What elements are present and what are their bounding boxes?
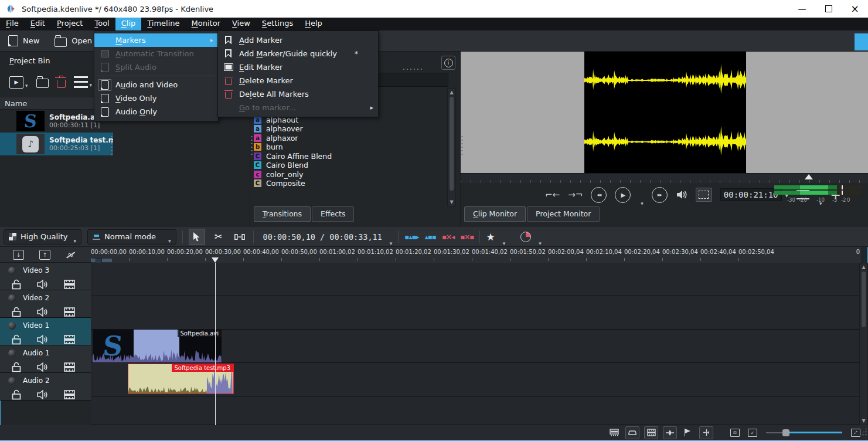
audio-clip-selected[interactable]: Softpedia test.mp3 bbox=[128, 364, 234, 394]
panel-tab[interactable]: Transitions bbox=[254, 206, 311, 222]
lift-zone-icon[interactable]: ▪×▪ bbox=[460, 233, 474, 241]
track-header[interactable]: Video 2 bbox=[0, 290, 91, 318]
razor-tool-button[interactable]: ✂ bbox=[211, 229, 226, 245]
hide-video-icon[interactable] bbox=[64, 362, 75, 372]
monitor-timecode[interactable]: 00:00:21:10 bbox=[720, 188, 782, 201]
insert-zone-icon[interactable]: ▪▴▪▸ bbox=[404, 233, 418, 241]
zoom-fit-icon[interactable]: ⤢ bbox=[849, 427, 862, 439]
menubar-item[interactable]: Monitor bbox=[186, 18, 226, 30]
hide-video-icon[interactable] bbox=[64, 280, 75, 289]
clip-menu-item[interactable]: Automatic Transition bbox=[94, 47, 218, 60]
zoom-out-icon[interactable]: ↙ bbox=[746, 427, 759, 439]
menubar-item[interactable]: Help bbox=[299, 18, 328, 30]
hide-video-icon[interactable] bbox=[64, 390, 75, 399]
minimize-button[interactable]: — bbox=[789, 0, 815, 18]
zone-start-icon[interactable]: ⌐← bbox=[545, 189, 560, 200]
transition-item[interactable]: b burn bbox=[254, 143, 446, 151]
preview-render-dropdown[interactable]: ▾ bbox=[539, 240, 542, 246]
transition-item[interactable]: C Cairo Blend bbox=[254, 161, 446, 169]
favorite-effects-dropdown[interactable]: ▾ bbox=[503, 240, 506, 246]
monitor-splitter-handle[interactable] bbox=[461, 135, 464, 155]
overwrite-zone-icon[interactable]: ▴▪▪ bbox=[425, 233, 436, 241]
transition-item[interactable]: C Composite bbox=[254, 179, 446, 188]
mute-icon[interactable] bbox=[37, 334, 48, 345]
track-header[interactable]: Audio 1 bbox=[0, 345, 91, 373]
timeline-zoom-slider[interactable] bbox=[766, 429, 842, 437]
new-button[interactable]: New bbox=[8, 35, 39, 46]
extract-track-zone-icon[interactable]: ↑ bbox=[39, 250, 50, 260]
fit-zone-icon[interactable]: ⊡ bbox=[729, 427, 741, 439]
info-button[interactable]: i bbox=[441, 56, 455, 70]
open-button[interactable]: Open bbox=[55, 35, 92, 47]
clip-menu-item[interactable]: Audio Only bbox=[94, 105, 218, 118]
rewind-button[interactable]: ◂◂ bbox=[591, 187, 607, 203]
delete-clip-button[interactable] bbox=[57, 77, 66, 88]
hide-video-icon[interactable] bbox=[64, 307, 75, 317]
menubar-item[interactable]: View bbox=[226, 18, 256, 30]
markers-menu-item[interactable]: Add Marker/Guide quickly * bbox=[218, 47, 378, 60]
monitor-tab[interactable]: Clip Monitor bbox=[464, 206, 526, 222]
preview-render-icon[interactable] bbox=[520, 232, 531, 242]
transition-item[interactable]: a alphaover bbox=[254, 124, 446, 133]
mute-icon[interactable] bbox=[37, 389, 48, 400]
playhead-marker[interactable] bbox=[212, 257, 219, 263]
markers-menu-item[interactable]: Go to marker... ▸ bbox=[218, 101, 378, 114]
timeline-position-timecode[interactable]: 00:00:50,10 / 00:00:33,11 bbox=[263, 232, 382, 242]
transitions-scrollbar[interactable]: ▲▼ bbox=[447, 88, 456, 206]
mute-icon[interactable] bbox=[37, 279, 48, 290]
track-lane-video3[interactable] bbox=[91, 263, 861, 296]
spacer-tool-button[interactable] bbox=[232, 229, 247, 245]
track-target-icon[interactable] bbox=[8, 377, 16, 385]
track-target-icon[interactable] bbox=[8, 294, 16, 302]
timeline-vertical-scrollbar[interactable]: ▲▼ bbox=[859, 263, 868, 425]
show-markers-flag-icon[interactable] bbox=[682, 427, 695, 439]
timeline-effects-off-icon[interactable]: ∿ bbox=[66, 250, 76, 259]
monitor-playhead-marker[interactable] bbox=[805, 174, 813, 179]
timecode-dropdown[interactable]: ▾ bbox=[390, 240, 393, 246]
lock-icon[interactable] bbox=[12, 279, 21, 290]
play-button[interactable]: ▶ bbox=[615, 187, 631, 203]
insert-track-zone-icon[interactable]: ↓ bbox=[13, 250, 24, 260]
hide-video-icon[interactable] bbox=[64, 335, 75, 344]
mute-icon[interactable] bbox=[37, 307, 48, 317]
play-dropdown[interactable]: ▾ bbox=[641, 201, 644, 206]
menubar-item[interactable]: Timeline bbox=[141, 18, 185, 30]
menubar-item[interactable]: Clip bbox=[115, 18, 142, 30]
timeline-tracks-area[interactable]: S Softpedia.avi Softpedia test.mp3 bbox=[91, 263, 861, 425]
video-thumbnails-icon[interactable] bbox=[608, 427, 621, 439]
lock-icon[interactable] bbox=[12, 389, 21, 400]
track-target-icon[interactable] bbox=[8, 350, 16, 357]
track-target-icon[interactable] bbox=[8, 267, 16, 274]
snap-icon[interactable] bbox=[699, 426, 713, 439]
audio-waveform-toggle-icon[interactable] bbox=[663, 426, 677, 439]
selection-tool-button[interactable] bbox=[189, 229, 205, 245]
markers-menu-item[interactable]: Add Marker bbox=[218, 33, 378, 47]
track-lane-video2[interactable] bbox=[91, 296, 861, 330]
mute-icon[interactable] bbox=[37, 362, 48, 372]
forward-button[interactable]: ▸▸ bbox=[652, 187, 668, 203]
track-header[interactable]: Video 1 bbox=[0, 318, 91, 345]
bin-clip-row[interactable]: ♪ Softpedia test.mp3 00:00:25:03 [1] bbox=[0, 133, 113, 155]
lock-icon[interactable] bbox=[12, 334, 21, 345]
track-lane-audio2[interactable] bbox=[91, 396, 861, 425]
menubar-item[interactable]: Edit bbox=[25, 18, 51, 30]
bin-menu-button[interactable]: ▾ bbox=[74, 76, 93, 88]
menubar-item[interactable]: File bbox=[0, 18, 25, 30]
show-thumbnails-icon[interactable] bbox=[644, 426, 658, 439]
zone-end-icon[interactable]: →¬ bbox=[568, 189, 583, 200]
maximize-button[interactable] bbox=[815, 0, 842, 18]
markers-menu-item[interactable]: Delete Marker bbox=[218, 74, 378, 87]
close-button[interactable]: × bbox=[842, 0, 868, 18]
clip-menu-item[interactable]: Audio and Video bbox=[94, 78, 218, 91]
monitor-tab[interactable]: Project Monitor bbox=[527, 206, 600, 222]
clip-menu-item[interactable]: Markers ▸ bbox=[94, 33, 218, 47]
zoom-slider-handle[interactable] bbox=[782, 429, 789, 436]
clip-menu-item[interactable]: Video Only bbox=[94, 91, 218, 105]
transition-item[interactable]: C Cairo Affine Blend bbox=[254, 152, 446, 161]
menubar-item[interactable]: Settings bbox=[256, 18, 299, 30]
quality-combobox[interactable]: High Quality▾ bbox=[4, 229, 81, 245]
lock-icon[interactable] bbox=[12, 362, 21, 372]
transition-item[interactable]: c color_only bbox=[254, 170, 446, 179]
markers-menu-item[interactable]: Delete All Markers bbox=[218, 87, 378, 101]
transitions-splitter-handle[interactable] bbox=[250, 135, 253, 155]
